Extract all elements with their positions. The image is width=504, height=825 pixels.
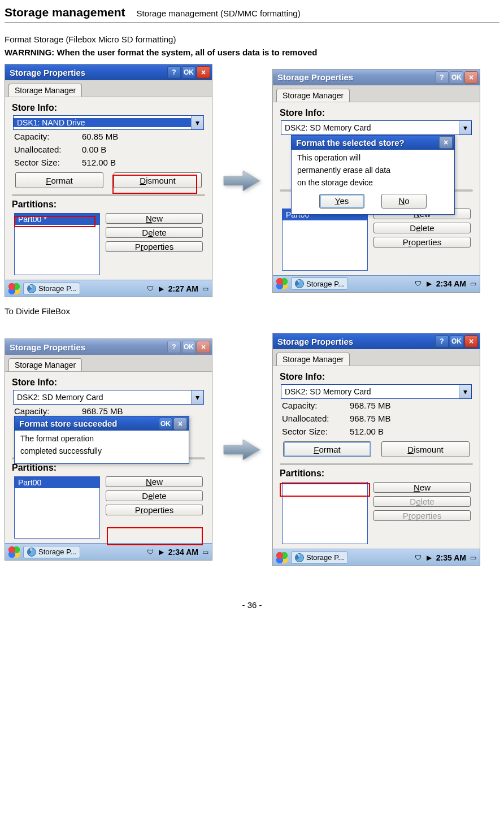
ok-button[interactable]: OK (450, 335, 463, 348)
taskbar-item[interactable]: Storage P... (23, 283, 80, 295)
tray-windows-icon[interactable]: ▭ (201, 284, 210, 293)
sector-row: Sector Size:512.00 B (279, 425, 474, 438)
warning-text: WARRNING: When the user format the syste… (5, 47, 499, 57)
sector-row: Sector Size:512.00 B (11, 156, 206, 169)
store-select[interactable]: DSK2: SD Memory Card ▾ (281, 384, 472, 399)
tab-storage-manager[interactable]: Storage Manager (8, 358, 82, 371)
taskbar-item[interactable]: Storage P... (291, 552, 348, 564)
dialog-close-button[interactable]: × (173, 418, 187, 430)
arrow-right-icon (223, 438, 262, 461)
window-title: Storage Properties (10, 68, 166, 77)
delete-button[interactable]: Delete (373, 223, 471, 233)
capacity-row: Capacity:968.75 MB (279, 399, 474, 412)
taskbar: Storage P... 🛡 ▶ 2:34 AM ▭ (5, 543, 212, 560)
store-select[interactable]: DSK2: SD Memory Card ▾ (281, 120, 472, 135)
tab-storage-manager[interactable]: Storage Manager (8, 84, 82, 97)
clock: 2:35 AM (436, 553, 466, 562)
partition-list[interactable]: Part00 * (14, 213, 100, 275)
tray-network-icon: ▶ (425, 553, 434, 562)
tab-strip: Storage Manager (5, 355, 212, 372)
store-value: DSK2: SD Memory Card (281, 387, 459, 396)
screenshot-2: Storage Properties ? OK × Storage Manage… (272, 69, 480, 293)
help-button[interactable]: ? (167, 66, 181, 79)
help-button[interactable]: ? (435, 335, 449, 348)
tray-shield-icon: 🛡 (146, 548, 155, 557)
dialog-close-button[interactable]: × (439, 136, 453, 149)
unallocated-row: Unallocated:0.00 B (11, 143, 206, 156)
tray-shield-icon: 🛡 (414, 279, 423, 288)
close-button[interactable]: × (197, 66, 210, 79)
start-icon[interactable] (276, 552, 288, 563)
tray-windows-icon[interactable]: ▭ (468, 553, 477, 562)
dialog-titlebar: Format the selected store? × (292, 136, 454, 150)
format-button[interactable]: Format (283, 441, 371, 457)
new-button[interactable]: New (373, 482, 471, 493)
partition-list[interactable]: Part00 (14, 476, 100, 539)
clock: 2:27 AM (168, 284, 198, 293)
format-success-dialog: Format store succeeded OK × The format o… (14, 416, 189, 464)
start-icon[interactable] (8, 283, 20, 294)
between-text: To Divide FileBox (5, 306, 499, 316)
close-button[interactable]: × (464, 71, 478, 84)
ok-button[interactable]: OK (182, 341, 195, 353)
screenshot-3: Storage Properties ? OK × Storage Manage… (5, 338, 212, 561)
new-button[interactable]: New (106, 213, 203, 224)
taskbar-item[interactable]: Storage P... (23, 546, 80, 558)
close-button[interactable]: × (464, 335, 478, 348)
window-titlebar: Storage Properties ? OK × (273, 333, 480, 349)
taskbar: Storage P... 🛡 ▶ 2:34 AM ▭ (273, 275, 480, 292)
store-select[interactable]: DSK1: NAND Drive ▾ (13, 115, 204, 130)
properties-button[interactable]: Properties (106, 241, 203, 252)
no-button[interactable]: No (381, 194, 427, 209)
help-button[interactable]: ? (435, 71, 449, 84)
ok-button[interactable]: OK (182, 66, 195, 79)
close-button[interactable]: × (197, 341, 210, 353)
ok-button[interactable]: OK (450, 71, 463, 84)
new-button[interactable]: New (106, 476, 203, 487)
partitions-label: Partitions: (279, 467, 474, 481)
tray-windows-icon[interactable]: ▭ (468, 279, 477, 288)
tab-storage-manager[interactable]: Storage Manager (276, 89, 350, 102)
start-icon[interactable] (8, 546, 20, 558)
intro-text: Format Storage (Filebox Micro SD formatt… (5, 34, 499, 44)
partition-list[interactable]: Part00 (282, 209, 368, 271)
page-header: Storage management Storage management (S… (5, 0, 499, 23)
tab-storage-manager[interactable]: Storage Manager (276, 353, 350, 366)
taskbar-item[interactable]: Storage P... (291, 277, 348, 290)
chevron-down-icon: ▾ (191, 390, 203, 404)
help-button[interactable]: ? (167, 341, 181, 353)
tray-network-icon: ▶ (157, 548, 166, 557)
tab-strip: Storage Manager (5, 80, 212, 97)
screenshot-4: Storage Properties ? OK × Storage Manage… (272, 333, 480, 566)
divider (12, 194, 205, 196)
format-confirm-dialog: Format the selected store? × This operat… (291, 135, 455, 215)
delete-button[interactable]: Delete (106, 227, 203, 238)
tab-strip: Storage Manager (273, 349, 480, 366)
dismount-button[interactable]: Dismount (381, 441, 470, 457)
partition-item[interactable]: Part00 (15, 477, 99, 488)
dialog-title: Format the selected store? (296, 138, 438, 147)
chevron-down-icon: ▾ (191, 116, 203, 129)
dialog-titlebar: Format store succeeded OK × (15, 416, 189, 431)
arrow-right-icon (223, 170, 262, 192)
partition-item[interactable]: Part00 * (15, 214, 99, 225)
properties-button[interactable]: Properties (373, 237, 471, 248)
store-select[interactable]: DSK2: SD Memory Card ▾ (13, 390, 204, 405)
tab-strip: Storage Manager (273, 85, 480, 102)
yes-button[interactable]: Yes (319, 194, 364, 209)
start-icon[interactable] (276, 278, 288, 289)
unallocated-row: Unallocated:968.75 MB (279, 412, 474, 425)
chevron-down-icon: ▾ (459, 385, 471, 398)
delete-button[interactable]: Delete (106, 490, 203, 501)
format-button[interactable]: Format (15, 172, 103, 188)
window-title: Storage Properties (277, 337, 434, 346)
tray-windows-icon[interactable]: ▭ (201, 548, 210, 557)
disk-icon (27, 548, 36, 557)
partition-list[interactable] (282, 482, 368, 544)
store-info-label: Store Info: (279, 371, 474, 384)
dialog-ok-button[interactable]: OK (159, 418, 172, 430)
properties-button[interactable]: Properties (106, 505, 203, 515)
properties-button: Properties (373, 510, 471, 521)
row-2: Storage Properties ? OK × Storage Manage… (5, 333, 499, 566)
dismount-button[interactable]: Dismount (114, 172, 202, 188)
